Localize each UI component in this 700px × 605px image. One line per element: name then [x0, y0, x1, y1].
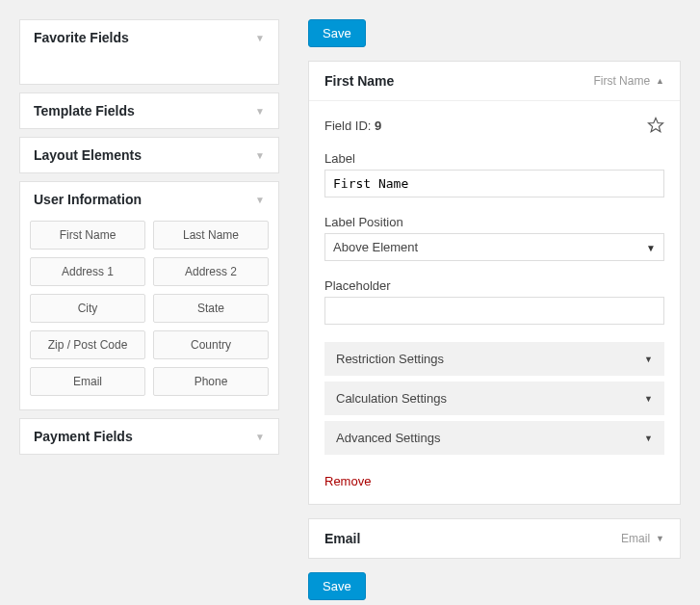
placeholder-row: Placeholder: [324, 278, 664, 325]
caret-down-icon: ▼: [644, 394, 653, 404]
panel-header[interactable]: First Name First Name ▲: [309, 62, 680, 101]
remove-link[interactable]: Remove: [324, 474, 371, 488]
field-id-row: Field ID: 9: [324, 117, 664, 134]
caret-down-icon: ▼: [644, 434, 653, 443]
accordion-header-user-info[interactable]: User Information ▼: [20, 182, 278, 217]
caret-down-icon: ▼: [255, 33, 265, 43]
placeholder-label: Placeholder: [324, 278, 664, 293]
accordion-title: User Information: [34, 192, 142, 207]
accordion-title: Favorite Fields: [34, 30, 129, 45]
accordion-header-layout[interactable]: Layout Elements ▼: [20, 138, 278, 172]
accordion-header-template[interactable]: Template Fields ▼: [20, 93, 278, 128]
label-input[interactable]: [324, 170, 664, 197]
accordion-header-payment[interactable]: Payment Fields ▼: [20, 419, 278, 454]
field-id-text: Field ID: 9: [324, 118, 381, 133]
field-country[interactable]: Country: [153, 330, 269, 359]
field-state[interactable]: State: [153, 294, 269, 323]
accordion-title: Layout Elements: [34, 147, 142, 163]
collapsed-title: Email: [324, 531, 360, 546]
main-content: Save First Name First Name ▲ Field ID: 9: [308, 19, 681, 605]
save-button-bottom[interactable]: Save: [308, 572, 366, 600]
panel-body: Field ID: 9 Label Label Position Above E…: [309, 101, 680, 504]
caret-down-icon: ▼: [255, 150, 265, 161]
accordion-title: Template Fields: [34, 103, 135, 118]
caret-down-icon: ▼: [646, 242, 656, 252]
field-phone[interactable]: Phone: [153, 367, 269, 396]
accordion-layout-elements: Layout Elements ▼: [19, 137, 279, 173]
field-city[interactable]: City: [30, 294, 145, 323]
collapsed-type-label: Email ▼: [621, 532, 664, 545]
field-last-name[interactable]: Last Name: [153, 221, 269, 250]
panel-title: First Name: [324, 73, 394, 89]
field-first-name[interactable]: First Name: [30, 221, 145, 250]
panel-type-label: First Name ▲: [593, 74, 664, 88]
label-position-row: Label Position Above Element ▼: [324, 215, 664, 261]
accordion-title: Payment Fields: [34, 429, 133, 444]
accordion-payment-fields: Payment Fields ▼: [19, 418, 279, 455]
restriction-settings-toggle[interactable]: Restriction Settings ▼: [324, 342, 664, 376]
caret-down-icon: ▼: [644, 355, 653, 364]
caret-down-icon: ▼: [255, 432, 265, 442]
caret-down-icon: ▼: [656, 534, 664, 543]
field-editor-panel: First Name First Name ▲ Field ID: 9: [308, 61, 681, 505]
label-position-label: Label Position: [324, 215, 664, 229]
field-address-1[interactable]: Address 1: [30, 257, 145, 286]
placeholder-input[interactable]: [324, 297, 664, 325]
calculation-settings-toggle[interactable]: Calculation Settings ▼: [324, 381, 664, 415]
accordion-template-fields: Template Fields ▼: [19, 92, 279, 129]
accordion-favorite-fields: Favorite Fields ▼: [19, 19, 279, 85]
favorite-fields-body: [20, 55, 278, 84]
collapsed-field-panel[interactable]: Email Email ▼: [308, 518, 681, 559]
caret-down-icon: ▼: [255, 106, 265, 117]
caret-up-icon: ▲: [656, 76, 664, 86]
star-icon[interactable]: [647, 117, 664, 134]
field-address-2[interactable]: Address 2: [153, 257, 269, 286]
accordion-user-information: User Information ▼ First Name Last Name …: [19, 181, 279, 410]
label-position-select[interactable]: Above Element ▼: [324, 233, 664, 261]
user-info-body: First Name Last Name Address 1 Address 2…: [20, 217, 278, 409]
accordion-header-favorite[interactable]: Favorite Fields ▼: [20, 20, 278, 55]
sidebar: Favorite Fields ▼ Template Fields ▼ Layo…: [19, 19, 279, 605]
svg-marker-0: [649, 118, 663, 132]
caret-down-icon: ▼: [255, 195, 265, 205]
label-row: Label: [324, 151, 664, 197]
label-label: Label: [324, 151, 664, 166]
save-button[interactable]: Save: [308, 19, 366, 47]
advanced-settings-toggle[interactable]: Advanced Settings ▼: [324, 421, 664, 455]
user-info-field-grid: First Name Last Name Address 1 Address 2…: [30, 221, 269, 396]
field-email[interactable]: Email: [30, 367, 145, 396]
field-zip[interactable]: Zip / Post Code: [30, 330, 145, 359]
